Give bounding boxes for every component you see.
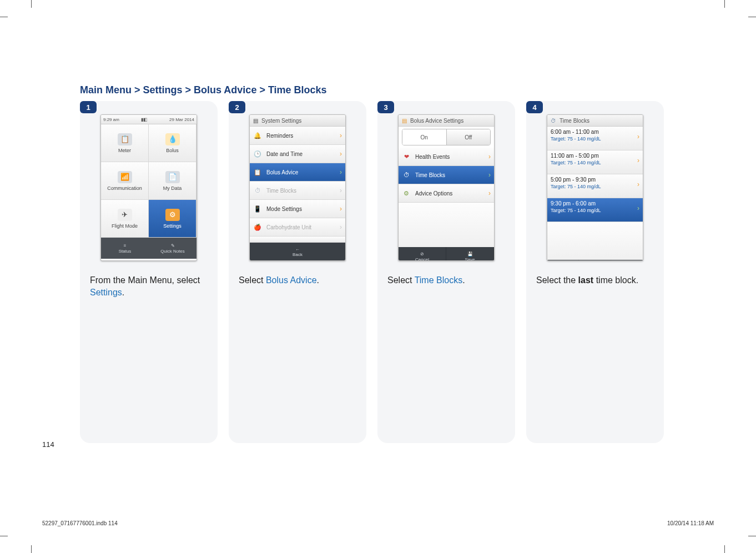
advice-icon: ▤ <box>402 118 407 124</box>
crop-mark <box>748 536 756 536</box>
chevron-right-icon: › <box>340 132 342 139</box>
meter-icon: 📋 <box>118 133 132 145</box>
communication-icon: 📶 <box>118 171 132 183</box>
step-caption-2: Select Bolus Advice. <box>239 274 356 286</box>
back-arrow-icon: ← <box>295 247 300 252</box>
note-icon: ✎ <box>171 243 175 248</box>
timeblock-icon: ⏱ <box>253 186 262 195</box>
gear-icon: ⚙ <box>402 189 411 198</box>
plane-icon: ✈ <box>118 209 132 221</box>
timeblock-row-1[interactable]: 6:00 am - 11:00 amTarget: 75 - 140 mg/dL… <box>547 127 643 150</box>
chevron-right-icon: › <box>340 187 342 194</box>
chevron-right-icon: › <box>637 157 639 164</box>
tile-meter[interactable]: 📋Meter <box>101 124 149 162</box>
chevron-right-icon: › <box>488 153 491 160</box>
chevron-right-icon: › <box>340 205 342 213</box>
blank-area <box>399 203 494 247</box>
row-datetime[interactable]: 🕒Date and Time› <box>250 145 345 163</box>
step-badge: 3 <box>377 101 394 113</box>
status-time: 9:29 am <box>103 117 119 122</box>
timeblock-icon: ⏱ <box>551 118 556 124</box>
bolus-icon: 💧 <box>165 133 180 145</box>
row-carbunit: 🍎Carbohydrate Unit› <box>250 218 345 237</box>
phone-screen-3: ▤Bolus Advice Settings On Off ❤Health Ev… <box>398 114 495 261</box>
screen-header: ▤System Settings <box>250 115 345 127</box>
chevron-right-icon: › <box>637 205 639 212</box>
crop-mark <box>748 17 756 17</box>
heart-icon: ❤ <box>402 152 411 161</box>
footer-bar: ←Back ▦Reset ✓Done <box>547 260 643 261</box>
chevron-right-icon: › <box>340 223 342 231</box>
phone-screen-2: ▤System Settings 🔔Reminders› 🕒Date and T… <box>249 114 346 261</box>
segment-on[interactable]: On <box>402 129 447 145</box>
row-adviceoptions[interactable]: ⚙Advice Options› <box>399 184 494 203</box>
page-number: 114 <box>42 440 54 449</box>
step-badge: 4 <box>526 101 543 113</box>
tile-settings[interactable]: ⚙Settings <box>149 200 196 238</box>
footer-quicknotes[interactable]: ✎Quick Notes <box>149 238 196 259</box>
crop-mark <box>31 0 32 8</box>
step-badge: 2 <box>229 101 245 113</box>
row-timeblocks: ⏱Time Blocks› <box>250 182 345 200</box>
step-card-4: 4 ⏱Time Blocks 6:00 am - 11:00 amTarget:… <box>526 101 664 443</box>
step-card-1: 1 9:29 am ▮◧ 29 Mar 2014 📋Meter 💧Bolus 📶… <box>80 101 218 443</box>
footer-status[interactable]: ≡Status <box>101 238 149 259</box>
mydata-icon: 📄 <box>165 171 180 183</box>
breadcrumb-title: Main Menu > Settings > Bolus Advice > Ti… <box>80 84 327 96</box>
phone-screen-1: 9:29 am ▮◧ 29 Mar 2014 📋Meter 💧Bolus 📶Co… <box>100 114 197 261</box>
status-date: 29 Mar 2014 <box>169 117 194 122</box>
crop-mark <box>724 545 725 553</box>
crop-mark <box>0 536 8 536</box>
row-bolusadvice[interactable]: 📋Bolus Advice› <box>250 163 345 182</box>
list-icon: ≡ <box>124 243 127 248</box>
step-caption-4: Select the last time block. <box>536 274 654 286</box>
reset-button[interactable]: ▦Reset <box>579 260 611 261</box>
row-reminders[interactable]: 🔔Reminders› <box>250 127 345 145</box>
phone-screen-4: ⏱Time Blocks 6:00 am - 11:00 amTarget: 7… <box>547 114 643 261</box>
tile-flightmode[interactable]: ✈Flight Mode <box>101 200 149 238</box>
tile-communication[interactable]: 📶Communication <box>101 162 149 200</box>
step-card-2: 2 ▤System Settings 🔔Reminders› 🕒Date and… <box>229 101 366 443</box>
back-bar[interactable]: ←Back <box>250 243 345 261</box>
clock-icon: 🕒 <box>253 149 262 158</box>
save-button[interactable]: 💾Save <box>446 247 494 261</box>
step-cards: 1 9:29 am ▮◧ 29 Mar 2014 📋Meter 💧Bolus 📶… <box>80 101 664 443</box>
done-button[interactable]: ✓Done <box>611 260 643 261</box>
segment-off[interactable]: Off <box>447 129 491 145</box>
status-bar: 9:29 am ▮◧ 29 Mar 2014 <box>101 115 196 124</box>
blank-area <box>547 222 643 260</box>
step-badge: 1 <box>80 101 97 113</box>
step-caption-3: Select Time Blocks. <box>387 274 505 286</box>
battery-icon: ▮◧ <box>141 117 148 122</box>
save-icon: 💾 <box>467 252 473 257</box>
timeblock-row-3[interactable]: 5:00 pm - 9:30 pmTarget: 75 - 140 mg/dL› <box>547 174 643 198</box>
chevron-right-icon: › <box>488 171 491 179</box>
tile-mydata[interactable]: 📄My Data <box>149 162 196 200</box>
chevron-right-icon: › <box>637 181 639 188</box>
gear-icon: ⚙ <box>165 209 180 221</box>
crop-mark <box>724 0 725 8</box>
screen-header: ⏱Time Blocks <box>547 115 643 127</box>
timeblock-row-4[interactable]: 9:30 pm - 6:00 amTarget: 75 - 140 mg/dL› <box>547 198 643 222</box>
apple-icon: 🍎 <box>253 223 262 232</box>
row-healthevents[interactable]: ❤Health Events› <box>399 148 494 166</box>
back-button[interactable]: ←Back <box>547 260 579 261</box>
tile-bolus[interactable]: 💧Bolus <box>149 124 196 162</box>
document-page: Main Menu > Settings > Bolus Advice > Ti… <box>0 0 756 553</box>
chevron-right-icon: › <box>488 189 491 197</box>
cancel-button[interactable]: ⊘Cancel <box>399 247 446 261</box>
on-off-segment[interactable]: On Off <box>402 129 491 145</box>
footer-bar: ⊘Cancel 💾Save <box>399 247 494 261</box>
footer-bar: ≡Status ✎Quick Notes <box>101 238 196 259</box>
print-footer-right: 10/20/14 11:18 AM <box>667 520 714 526</box>
row-partial <box>250 237 345 243</box>
doc-icon: ▤ <box>253 118 258 124</box>
advice-icon: 📋 <box>253 168 262 177</box>
main-menu-grid: 📋Meter 💧Bolus 📶Communication 📄My Data ✈F… <box>101 124 196 238</box>
chevron-right-icon: › <box>340 168 342 176</box>
row-timeblocks[interactable]: ⏱Time Blocks› <box>399 166 494 184</box>
timeblock-row-2[interactable]: 11:00 am - 5:00 pmTarget: 75 - 140 mg/dL… <box>547 150 643 174</box>
phone-icon: 📱 <box>253 204 262 213</box>
row-modesettings[interactable]: 📱Mode Settings› <box>250 200 345 218</box>
crop-mark <box>31 545 32 553</box>
